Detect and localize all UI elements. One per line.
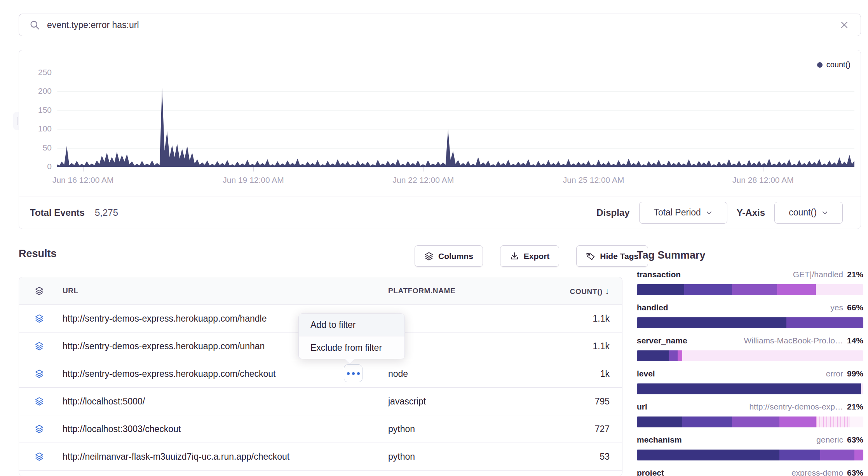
display-dropdown[interactable]: Total Period: [639, 202, 727, 224]
tag-bar-segment[interactable]: [786, 317, 863, 328]
tag-top-percent: 14%: [847, 336, 863, 345]
tag-bar-segment[interactable]: [637, 383, 861, 394]
tag-distribution-bar[interactable]: [637, 416, 863, 427]
table-row[interactable]: http://sentry-demos-express.herokuapp.co…: [19, 360, 622, 388]
tag-bar-segment[interactable]: [854, 450, 863, 460]
x-axis-tick: Jun 22 12:00 AM: [393, 175, 454, 185]
tag-distribution-bar[interactable]: [637, 284, 863, 295]
x-tick-mark: [594, 167, 594, 172]
x-axis-tick: Jun 25 12:00 AM: [563, 175, 624, 185]
tag-bar-segment[interactable]: [682, 416, 732, 427]
stack-icon: [19, 313, 44, 324]
tag-top-percent: 63%: [847, 468, 863, 476]
chevron-down-icon: [706, 209, 713, 216]
menu-item-exclude-from-filter[interactable]: Exclude from filter: [299, 336, 404, 359]
tag-bar-segment[interactable]: [682, 350, 863, 361]
tag-bar-segment[interactable]: [732, 416, 779, 427]
y-axis-tick: 50: [24, 143, 52, 152]
yaxis-dropdown-value: count(): [789, 207, 817, 218]
tag-bar-segment[interactable]: [779, 450, 820, 460]
search-bar[interactable]: event.type:error has:url: [19, 14, 861, 36]
column-header-count[interactable]: COUNT() ↓: [528, 286, 622, 296]
tag-distribution-bar[interactable]: [637, 350, 863, 361]
table-row[interactable]: http://neilmanvar-flask-m3uuizd7iq-uc.a.…: [19, 443, 622, 471]
tag-distribution-bar[interactable]: [637, 450, 863, 460]
column-header-url[interactable]: URL: [44, 287, 388, 295]
tag-bar-segment[interactable]: [816, 284, 863, 295]
tag-distribution-bar[interactable]: [637, 317, 863, 328]
platform-cell: python: [388, 424, 528, 434]
tag-top-value: Williams-MacBook-Pro.lo…: [744, 336, 843, 345]
stack-icon: [19, 424, 44, 434]
tag-top-value: error: [826, 369, 843, 378]
url-cell[interactable]: http://neilmanvar-flask-m3uuizd7iq-uc.a.…: [44, 452, 388, 462]
search-input[interactable]: event.type:error has:url: [47, 20, 840, 30]
tag-label: handled: [637, 303, 668, 312]
count-series-area: [57, 88, 854, 167]
tag-top-value: generic: [816, 435, 843, 444]
tag-bar-segment[interactable]: [777, 284, 816, 295]
results-toolbar: Columns Export Hide Tags: [415, 245, 648, 267]
clear-search-icon[interactable]: [840, 20, 849, 30]
tag-bar-segment[interactable]: [637, 450, 779, 460]
more-actions-button[interactable]: [344, 364, 363, 382]
y-axis-tick: 0: [24, 162, 52, 171]
tag-bar-segment[interactable]: [684, 284, 732, 295]
tag-icon: [586, 252, 595, 261]
tag-bar-segment[interactable]: [779, 416, 816, 427]
table-row[interactable]: http://localhost:5000/ javascript 795: [19, 388, 622, 415]
area-chart[interactable]: Jun 16 12:00 AMJun 19 12:00 AMJun 22 12:…: [57, 66, 854, 167]
x-tick-mark: [763, 167, 763, 172]
tag-top-percent: 21%: [847, 270, 863, 279]
tag-bar-segment[interactable]: [861, 383, 863, 394]
tag-bar-segment[interactable]: [637, 284, 684, 295]
tag-bar-segment[interactable]: [816, 416, 850, 427]
platform-cell: python: [388, 452, 528, 462]
tag-bar-segment[interactable]: [637, 416, 682, 427]
tag-top-percent: 21%: [847, 402, 863, 411]
count-cell: 1.1k: [528, 341, 622, 352]
count-cell: 1.1k: [528, 313, 622, 324]
stack-icon: [19, 452, 44, 462]
tag-row: project express-demo 63%: [637, 468, 863, 476]
stack-icon[interactable]: [19, 286, 44, 296]
count-cell: 727: [528, 424, 622, 434]
tag-bar-segment[interactable]: [637, 317, 786, 328]
download-icon: [510, 252, 519, 261]
tag-distribution-bar[interactable]: [637, 383, 863, 394]
chart-footer: Total Events 5,275 Display Total Period …: [19, 196, 861, 229]
count-cell: 1k: [528, 369, 622, 379]
x-axis-tick: Jun 19 12:00 AM: [223, 175, 284, 185]
columns-button-label: Columns: [438, 252, 473, 261]
tag-bar-segment[interactable]: [820, 450, 854, 460]
column-header-platform[interactable]: PLATFORM.NAME: [388, 287, 528, 295]
tag-bar-segment[interactable]: [669, 350, 678, 361]
stack-icon: [19, 341, 44, 351]
tag-top-value: GET|/handled: [793, 270, 843, 279]
tag-summary-title: Tag Summary: [637, 249, 706, 261]
url-cell[interactable]: http://localhost:5000/: [44, 396, 388, 407]
tag-row: url http://sentry-demos-exp… 21%: [637, 402, 863, 427]
x-tick-mark: [83, 167, 84, 172]
tag-bar-segment[interactable]: [732, 284, 777, 295]
yaxis-dropdown[interactable]: count(): [774, 202, 843, 224]
tag-label: mechanism: [637, 435, 682, 444]
tag-bar-segment[interactable]: [637, 350, 669, 361]
y-axis-tick: 200: [24, 86, 52, 96]
url-cell[interactable]: http://localhost:3003/checkout: [44, 424, 388, 434]
table-row[interactable]: http://localhost:3003/checkout python 72…: [19, 415, 622, 443]
url-cell[interactable]: http://sentry-demos-express.herokuapp.co…: [44, 369, 388, 379]
tag-row: handled yes 66%: [637, 303, 863, 328]
tag-bar-segment[interactable]: [850, 416, 863, 427]
menu-item-add-to-filter[interactable]: Add to filter: [299, 314, 404, 336]
total-events-label: Total Events: [30, 207, 85, 218]
y-axis-tick: 100: [24, 124, 52, 133]
tag-top-value: express-demo: [791, 468, 843, 476]
export-button[interactable]: Export: [500, 245, 559, 267]
count-cell: 795: [528, 396, 622, 407]
tag-bar-segment[interactable]: [678, 350, 682, 361]
columns-button[interactable]: Columns: [415, 245, 483, 267]
x-tick-mark: [253, 167, 254, 172]
display-label: Display: [596, 207, 629, 218]
stack-icon: [424, 252, 434, 261]
